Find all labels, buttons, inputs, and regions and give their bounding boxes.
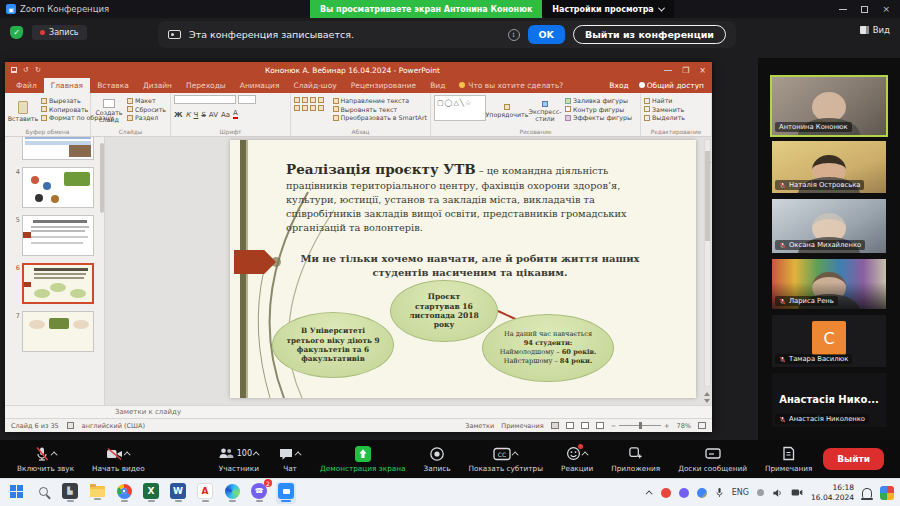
- reactions-button[interactable]: Реакции: [552, 446, 602, 473]
- share-screen-button[interactable]: Демонстрация экрана: [311, 446, 414, 473]
- ppt-close-button[interactable]: ×: [699, 66, 706, 75]
- numbering-icon[interactable]: [302, 97, 308, 103]
- zoom-app-button[interactable]: [276, 482, 296, 504]
- unmute-button[interactable]: Включить звук: [8, 446, 83, 473]
- participant-tile[interactable]: Оксана Михайленко: [772, 199, 886, 253]
- maximize-button[interactable]: [861, 6, 868, 13]
- view-settings-button[interactable]: Настройки просмотра: [542, 0, 673, 18]
- share-button[interactable]: Общий доступ: [639, 81, 704, 90]
- chat-button[interactable]: Чат: [269, 446, 311, 473]
- slide-thumbnail[interactable]: 7: [9, 311, 102, 352]
- chevron-up-icon[interactable]: [295, 451, 302, 458]
- fit-to-window-icon[interactable]: [698, 422, 706, 429]
- smartart-button[interactable]: Преобразовать в SmartArt: [333, 114, 427, 121]
- layout-button[interactable]: Макет: [127, 97, 166, 104]
- ppt-minimize-button[interactable]: [664, 70, 672, 71]
- participants-button[interactable]: 100 Участники: [209, 446, 269, 473]
- language-indicator[interactable]: ENG: [732, 488, 749, 497]
- chevron-up-icon[interactable]: [511, 451, 518, 458]
- notes-button[interactable]: Примечания: [756, 446, 822, 473]
- close-button[interactable]: ×: [882, 4, 890, 14]
- columns-icon[interactable]: [318, 105, 324, 111]
- tray-viber-icon[interactable]: [679, 488, 689, 498]
- reading-view-icon[interactable]: [581, 422, 589, 429]
- chevron-up-icon[interactable]: [253, 451, 260, 458]
- shape-fill-button[interactable]: Заливка фигуры: [565, 97, 632, 104]
- new-slide-button[interactable]: Создать слайд: [94, 95, 124, 127]
- chrome-button[interactable]: [114, 482, 134, 504]
- chevron-up-icon[interactable]: [581, 451, 588, 458]
- bold-button[interactable]: Ж: [174, 111, 183, 119]
- tab-design[interactable]: Дизайн: [136, 78, 179, 93]
- start-button[interactable]: [6, 482, 26, 504]
- tab-home[interactable]: Главная: [44, 78, 90, 93]
- font-name-combobox[interactable]: [174, 95, 236, 104]
- shapes-gallery[interactable]: ▢◯△╲☆: [434, 95, 486, 121]
- participant-tile[interactable]: Лариса Рень: [772, 259, 886, 309]
- taskbar-clock[interactable]: 16:18 16.04.2024: [811, 483, 854, 502]
- word-button[interactable]: W: [168, 482, 188, 504]
- tray-overflow-button[interactable]: [645, 490, 652, 497]
- viber-button[interactable]: ☎2: [249, 482, 269, 504]
- normal-view-icon[interactable]: [551, 422, 559, 429]
- participant-tile[interactable]: Антонина Кононюк: [772, 77, 886, 135]
- zoom-slider[interactable]: −+: [611, 422, 670, 430]
- italic-button[interactable]: К: [186, 111, 191, 119]
- paste-button[interactable]: Вставить: [8, 95, 38, 127]
- edge-button[interactable]: [222, 482, 242, 504]
- justify-icon[interactable]: [310, 105, 316, 111]
- shape-effects-button[interactable]: Эффекты фигуры: [565, 114, 632, 121]
- select-button[interactable]: Выделить: [644, 114, 685, 121]
- slide-thumbnail[interactable]: 5: [9, 215, 102, 256]
- quick-styles-button[interactable]: Экспресс-стили: [528, 95, 562, 127]
- slide-thumbnail-partial[interactable]: [9, 137, 102, 160]
- previous-slide-button[interactable]: [704, 392, 710, 396]
- security-shield-icon[interactable]: ✓: [10, 26, 23, 39]
- tray-weather-icon[interactable]: [697, 488, 707, 498]
- slideshow-icon[interactable]: [596, 422, 604, 429]
- tab-transitions[interactable]: Переходы: [179, 78, 233, 93]
- reset-button[interactable]: Сбросить: [127, 106, 166, 113]
- language-status[interactable]: английский (США): [82, 422, 145, 430]
- photos-app-icon[interactable]: [880, 486, 894, 500]
- undo-icon[interactable]: ↺: [23, 66, 29, 74]
- tab-review[interactable]: Рецензирование: [344, 78, 423, 93]
- underline-button[interactable]: Ч: [194, 111, 199, 119]
- slide-scrollbar-thumb[interactable]: [705, 151, 710, 241]
- participant-tile[interactable]: Анастасія Нико... Анастасія Николенко: [772, 373, 886, 427]
- acrobat-button[interactable]: A: [195, 482, 215, 504]
- tray-camera-icon[interactable]: [791, 488, 803, 497]
- save-icon[interactable]: [11, 67, 17, 73]
- info-icon[interactable]: i: [508, 29, 520, 41]
- participant-tile[interactable]: C Тамара Василюк: [772, 315, 886, 367]
- tray-status-icon[interactable]: [757, 489, 764, 496]
- align-center-icon[interactable]: [294, 105, 300, 111]
- font-color-button[interactable]: A: [233, 109, 238, 119]
- align-right-icon[interactable]: [302, 105, 308, 111]
- align-left-icon[interactable]: [318, 97, 324, 103]
- chevron-up-icon[interactable]: [123, 451, 130, 458]
- tab-insert[interactable]: Вставка: [90, 78, 136, 93]
- chevron-up-icon[interactable]: [50, 451, 57, 458]
- align-text-button[interactable]: Выровнять текст: [333, 106, 427, 113]
- font-size-combobox[interactable]: [238, 95, 256, 104]
- tab-view[interactable]: Вид: [423, 78, 452, 93]
- leave-meeting-button[interactable]: Выйти из конференции: [573, 25, 726, 44]
- recording-indicator[interactable]: Запись: [32, 25, 87, 40]
- file-explorer-button[interactable]: [87, 482, 107, 504]
- section-button[interactable]: Раздел: [127, 114, 166, 121]
- slide-thumbnail[interactable]: 4: [9, 167, 102, 208]
- participant-tile[interactable]: Наталія Островська: [772, 141, 886, 193]
- tray-mic-icon[interactable]: [715, 487, 724, 499]
- apps-button[interactable]: Приложения: [602, 446, 669, 473]
- search-button[interactable]: [33, 482, 53, 504]
- slide-sorter-icon[interactable]: [566, 422, 574, 429]
- zoom-percent[interactable]: 78%: [677, 422, 691, 430]
- notification-bell-icon[interactable]: [862, 488, 872, 498]
- find-button[interactable]: Найти: [644, 97, 685, 104]
- tab-file[interactable]: Файл: [9, 78, 44, 93]
- ppt-restore-button[interactable]: ❐: [682, 66, 689, 75]
- bullets-icon[interactable]: [294, 97, 300, 103]
- view-layout-button[interactable]: Вид: [860, 25, 890, 35]
- tell-me-box[interactable]: Что вы хотите сделать?: [452, 78, 570, 93]
